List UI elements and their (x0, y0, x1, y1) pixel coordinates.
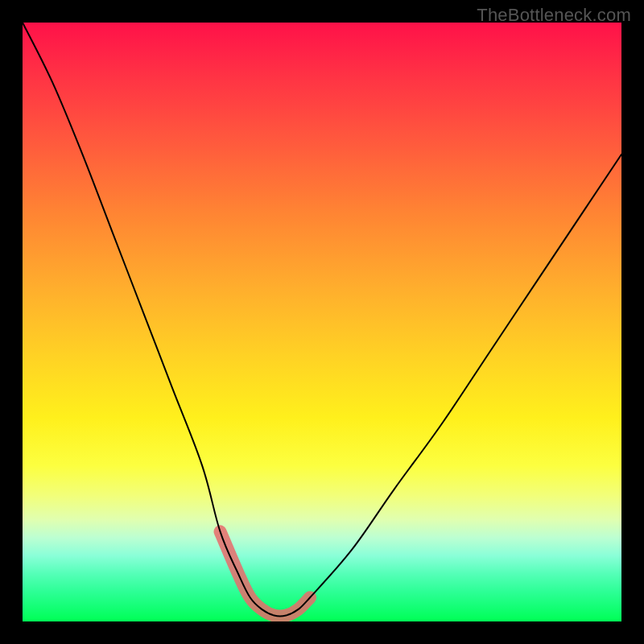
chart-svg (23, 23, 621, 621)
watermark-text: TheBottleneck.com (477, 5, 631, 26)
chart-plot-area (23, 23, 621, 621)
chart-curve (23, 23, 621, 617)
chart-trough-highlight (221, 531, 311, 616)
